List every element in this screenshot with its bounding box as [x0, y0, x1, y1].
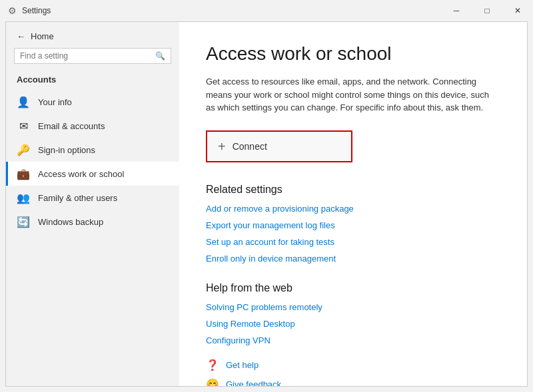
- bottom-links: ❓ Get help 😊 Give feedback: [206, 359, 500, 387]
- email-accounts-label: Email & accounts: [38, 121, 105, 131]
- connect-button[interactable]: + Connect: [206, 130, 352, 162]
- search-input[interactable]: [20, 51, 151, 61]
- link-remote-desktop[interactable]: Using Remote Desktop: [206, 319, 500, 329]
- titlebar-left: ⚙ Settings: [8, 5, 51, 16]
- search-container: 🔍: [14, 48, 171, 64]
- access-work-school-label: Access work or school: [38, 169, 124, 179]
- sidebar-item-family-other-users[interactable]: 👥 Family & other users: [6, 186, 179, 210]
- help-section-title: Help from the web: [206, 282, 500, 294]
- sidebar: ← Home 🔍 Accounts 👤 Your info ✉ Email & …: [6, 22, 179, 386]
- get-help-link[interactable]: ❓ Get help: [206, 359, 500, 371]
- family-other-users-label: Family & other users: [38, 193, 117, 203]
- sidebar-section-title: Accounts: [6, 72, 179, 90]
- link-account-taking-tests[interactable]: Set up an account for taking tests: [206, 237, 500, 247]
- link-configuring-vpn[interactable]: Configuring VPN: [206, 335, 500, 345]
- sidebar-item-access-work-school[interactable]: 💼 Access work or school: [6, 162, 179, 186]
- email-accounts-icon: ✉: [17, 120, 30, 132]
- link-add-remove-provisioning[interactable]: Add or remove a provisioning package: [206, 204, 500, 214]
- main-window: ← Home 🔍 Accounts 👤 Your info ✉ Email & …: [5, 21, 528, 387]
- give-feedback-icon: 😊: [206, 378, 219, 387]
- your-info-label: Your info: [38, 97, 72, 107]
- your-info-icon: 👤: [17, 96, 30, 108]
- back-arrow-icon: ←: [17, 31, 25, 41]
- related-settings-section: Related settings Add or remove a provisi…: [206, 184, 500, 264]
- titlebar-controls: ─ □ ✕: [441, 0, 533, 21]
- give-feedback-label: Give feedback: [226, 379, 281, 387]
- search-icon: 🔍: [155, 51, 165, 61]
- page-title: Access work or school: [206, 43, 500, 65]
- titlebar: ⚙ Settings ─ □ ✕: [0, 0, 533, 21]
- windows-backup-icon: 🔄: [17, 216, 30, 228]
- connect-label: Connect: [233, 141, 267, 152]
- link-solving-pc-problems[interactable]: Solving PC problems remotely: [206, 302, 500, 312]
- page-description: Get access to resources like email, apps…: [206, 75, 500, 114]
- give-feedback-link[interactable]: 😊 Give feedback: [206, 378, 500, 387]
- home-label: Home: [31, 31, 54, 41]
- get-help-label: Get help: [226, 360, 259, 370]
- related-settings-title: Related settings: [206, 184, 500, 196]
- sign-in-options-icon: 🔑: [17, 144, 30, 156]
- sidebar-item-sign-in-options[interactable]: 🔑 Sign-in options: [6, 138, 179, 162]
- access-work-school-icon: 💼: [17, 168, 30, 180]
- settings-gear-icon: ⚙: [8, 5, 17, 16]
- close-button[interactable]: ✕: [502, 0, 533, 21]
- maximize-button[interactable]: □: [472, 0, 502, 21]
- sidebar-back-home[interactable]: ← Home: [6, 27, 179, 45]
- family-other-users-icon: 👥: [17, 192, 30, 204]
- sign-in-options-label: Sign-in options: [38, 145, 95, 155]
- sidebar-item-windows-backup[interactable]: 🔄 Windows backup: [6, 210, 179, 234]
- minimize-button[interactable]: ─: [441, 0, 472, 21]
- titlebar-title: Settings: [22, 6, 51, 15]
- help-section: Help from the web Solving PC problems re…: [206, 282, 500, 345]
- get-help-icon: ❓: [206, 359, 219, 371]
- main-content: Access work or school Get access to reso…: [179, 22, 527, 386]
- windows-backup-label: Windows backup: [38, 217, 103, 227]
- sidebar-item-email-accounts[interactable]: ✉ Email & accounts: [6, 114, 179, 138]
- link-enroll-device-management[interactable]: Enroll only in device management: [206, 254, 500, 264]
- link-export-management-log[interactable]: Export your management log files: [206, 220, 500, 230]
- sidebar-item-your-info[interactable]: 👤 Your info: [6, 90, 179, 114]
- connect-plus-icon: +: [218, 140, 226, 153]
